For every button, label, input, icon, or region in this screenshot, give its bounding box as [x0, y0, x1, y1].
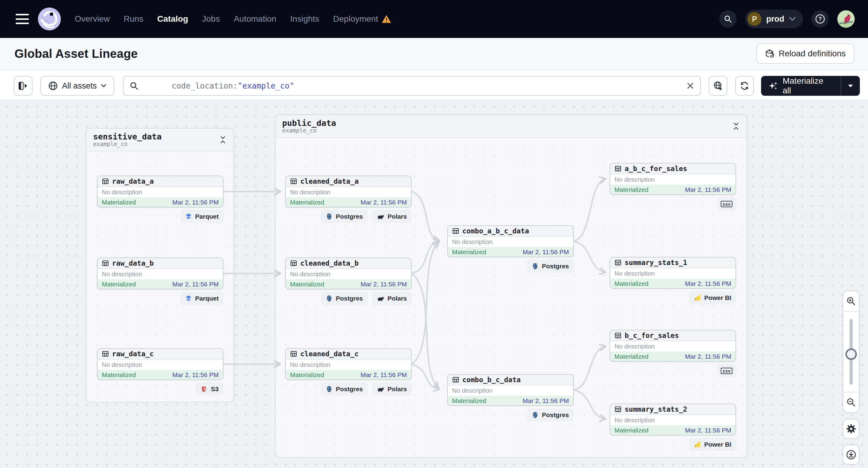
fetch-external-assets-button[interactable] [709, 76, 727, 96]
tag-polars[interactable]: Polars [372, 210, 412, 223]
nav-runs[interactable]: Runs [124, 14, 143, 24]
nav-jobs[interactable]: Jobs [202, 14, 220, 24]
polars-icon [377, 386, 384, 393]
asset-description: No description [286, 360, 411, 370]
tag-postgres[interactable]: Postgres [321, 292, 368, 305]
tag-powerbi[interactable]: Power BI [689, 438, 736, 451]
tag-csv[interactable]: csv [717, 364, 736, 377]
asset-status: Materialized [452, 397, 486, 404]
lineage-graph-canvas[interactable]: sensitive_data example_co public_data ex… [0, 99, 868, 468]
asset-search-input[interactable]: code_location:"example_co" [123, 76, 701, 96]
asset-description: No description [98, 269, 223, 279]
asset-tags: csv [610, 197, 736, 211]
asset-node-b-c-for-sales[interactable]: b_c_for_sales No description Materialize… [610, 330, 736, 362]
zoom-in-button[interactable] [843, 291, 859, 311]
table-icon [614, 165, 622, 172]
group-header[interactable]: sensitive_data example_co [87, 129, 234, 152]
zoom-out-icon [846, 398, 856, 407]
asset-node-cleaned-data-b[interactable]: cleaned_data_b No description Materializ… [285, 257, 412, 289]
asset-node-summary-stats-1[interactable]: summary_stats_1 No description Materiali… [610, 257, 736, 289]
postgres-icon [532, 411, 539, 418]
dagster-logo[interactable] [37, 7, 61, 31]
table-icon [290, 350, 297, 357]
deployment-switcher[interactable]: P prod [745, 10, 803, 28]
asset-tags: Parquet [97, 292, 223, 305]
asset-timestamp: Mar 2, 11:56 PM [172, 281, 219, 288]
tag-csv[interactable]: csv [717, 197, 736, 211]
asset-description: No description [98, 187, 223, 197]
tag-label: Postgres [336, 213, 363, 220]
asset-status: Materialized [290, 199, 324, 206]
zoom-out-button[interactable] [843, 393, 859, 412]
asset-name: summary_stats_2 [625, 405, 687, 413]
asset-description: No description [448, 237, 573, 247]
asset-node-summary-stats-2[interactable]: summary_stats_2 No description Materiali… [610, 404, 736, 435]
asset-tags: Postgres Polars [285, 292, 412, 305]
nav-overview[interactable]: Overview [75, 14, 110, 24]
user-avatar[interactable] [837, 10, 855, 28]
lineage-toolbar: All assets code_location:"example_co" [0, 70, 868, 99]
tag-label: Postgres [336, 385, 363, 393]
s3-icon [200, 385, 208, 393]
group-header[interactable]: public_data example_co [276, 115, 747, 138]
tag-powerbi[interactable]: Power BI [689, 291, 736, 305]
refresh-button[interactable] [735, 76, 754, 96]
asset-node-a-b-c-for-sales[interactable]: a_b_c_for_sales No description Materiali… [610, 163, 736, 195]
zoom-in-icon [846, 297, 856, 306]
tag-label: S3 [211, 385, 219, 393]
search-icon [724, 15, 732, 23]
materialize-all-button[interactable]: Materialize all [761, 76, 841, 95]
zoom-slider[interactable] [843, 311, 859, 393]
tag-polars[interactable]: Polars [372, 382, 412, 396]
nav-insights[interactable]: Insights [290, 14, 319, 24]
tag-label: Postgres [336, 295, 363, 302]
asset-scope-label: All assets [62, 81, 97, 91]
panel-expand-icon [18, 81, 28, 91]
table-icon [290, 178, 297, 185]
asset-scope-dropdown[interactable]: All assets [40, 76, 114, 96]
table-icon [452, 227, 459, 235]
tag-postgres[interactable]: Postgres [321, 210, 368, 223]
nav-catalog[interactable]: Catalog [157, 14, 188, 24]
asset-tags: Postgres Polars [285, 210, 412, 223]
asset-name: summary_stats_1 [625, 259, 687, 267]
asset-node-raw-data-c[interactable]: raw_data_c No description MaterializedMa… [97, 348, 223, 380]
menu-icon[interactable] [16, 14, 29, 24]
tag-postgres[interactable]: Postgres [527, 259, 574, 273]
tag-s3[interactable]: S3 [196, 382, 223, 396]
reload-cube-icon [765, 49, 774, 58]
asset-tags: Power BI [610, 291, 736, 305]
nav-automation[interactable]: Automation [234, 14, 277, 24]
tag-label: Parquet [195, 295, 219, 302]
graph-settings-button[interactable] [843, 419, 860, 439]
clear-search-icon[interactable] [686, 82, 694, 90]
reload-definitions-label: Reload definitions [779, 49, 846, 58]
tag-postgres[interactable]: Postgres [527, 408, 574, 422]
tag-polars[interactable]: Polars [372, 292, 412, 305]
collapse-group-icon[interactable] [219, 136, 227, 144]
nav-deployment-label: Deployment [333, 14, 378, 24]
asset-node-cleaned-data-a[interactable]: cleaned_data_a No description Materializ… [285, 176, 412, 208]
reload-definitions-button[interactable]: Reload definitions [756, 43, 854, 64]
table-icon [614, 332, 622, 339]
help-icon: ? [815, 14, 825, 24]
nav-deployment[interactable]: Deployment [333, 14, 391, 24]
tag-postgres[interactable]: Postgres [321, 382, 368, 396]
global-search-button[interactable] [719, 10, 737, 28]
asset-node-cleaned-data-c[interactable]: cleaned_data_c No description Materializ… [285, 348, 412, 380]
asset-node-combo-a-b-c-data[interactable]: combo_a_b_c_data No description Material… [447, 225, 574, 257]
asset-status: Materialized [614, 280, 648, 287]
collapse-group-icon[interactable] [732, 122, 740, 130]
asset-node-raw-data-a[interactable]: raw_data_a No description MaterializedMa… [97, 176, 223, 208]
tag-parquet[interactable]: Parquet [180, 210, 223, 223]
materialize-all-split-button: Materialize all [761, 76, 860, 96]
zoom-slider-handle[interactable] [845, 348, 857, 360]
asset-node-combo-b-c-data[interactable]: combo_b_c_data No description Materializ… [447, 374, 574, 406]
materialize-options-caret[interactable] [841, 76, 860, 96]
toggle-sidebar-button[interactable] [14, 76, 33, 96]
polars-icon [377, 213, 384, 220]
help-button[interactable]: ? [811, 10, 829, 28]
tag-parquet[interactable]: Parquet [180, 292, 223, 305]
download-image-button[interactable] [843, 445, 860, 465]
asset-node-raw-data-b[interactable]: raw_data_b No description MaterializedMa… [97, 257, 223, 289]
